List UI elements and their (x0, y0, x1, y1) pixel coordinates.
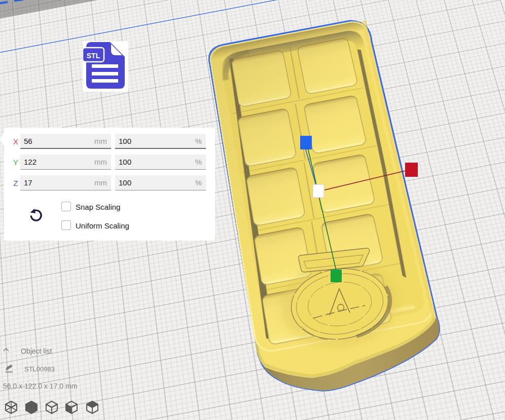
svg-text:STL: STL (87, 52, 100, 60)
